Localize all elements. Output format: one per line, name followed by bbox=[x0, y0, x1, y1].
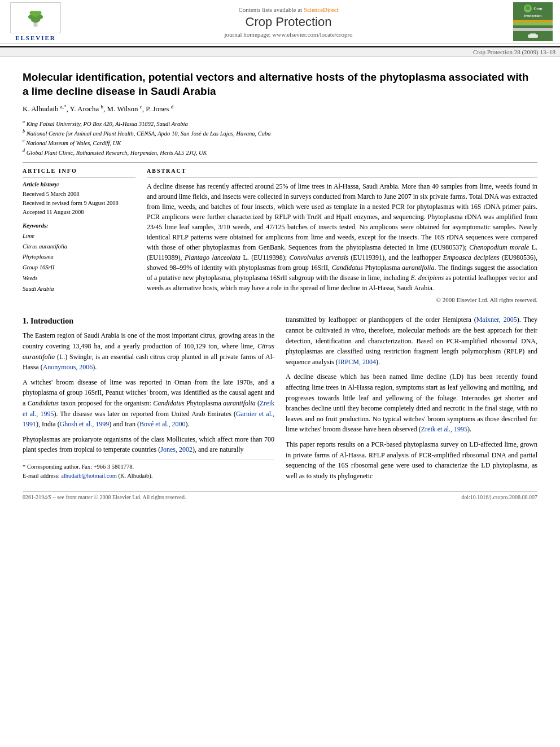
body-right-col: transmitted by leafhopper or planthopper… bbox=[286, 314, 537, 486]
journal-top-bar: ELSEVIER Contents lists available at Sci… bbox=[0, 0, 560, 44]
svg-point-8 bbox=[526, 6, 530, 10]
journal-title: Crop Protection bbox=[246, 15, 332, 29]
article-title: Molecular identification, potential vect… bbox=[23, 71, 537, 98]
article-meta-section: ARTICLE INFO Article history: Received 5… bbox=[23, 168, 537, 303]
article-info-col: ARTICLE INFO Article history: Received 5… bbox=[23, 168, 135, 303]
intro-para-3: Phytoplasmas are prokaryote organisms of… bbox=[23, 434, 274, 455]
article-history-label: Article history: bbox=[23, 181, 135, 187]
divider-main bbox=[23, 163, 537, 163]
authors-line: K. Alhudaib a,*, Y. Arocha b, M. Wilson … bbox=[23, 104, 537, 113]
right-para-2: A decline disease which has been named l… bbox=[286, 372, 537, 435]
journal-homepage: journal homepage: www.elsevier.com/locat… bbox=[224, 31, 352, 38]
right-para-3: This paper reports results on a PCR-base… bbox=[286, 439, 537, 481]
received-revised-date: Received in revised form 9 August 2008 bbox=[23, 199, 135, 208]
intro-para-2: A witches' broom disease of lime was rep… bbox=[23, 377, 274, 430]
footer-doi: doi:10.1016/j.cropro.2008.08.007 bbox=[461, 494, 537, 500]
journal-header: ELSEVIER Contents lists available at Sci… bbox=[0, 0, 560, 47]
footnote-corresponding: * Corresponding author. Fax: +966 3 5801… bbox=[23, 462, 274, 471]
article-info-bar: Crop Protection 28 (2009) 13–18 bbox=[0, 47, 560, 57]
section-title-text: Introduction bbox=[30, 317, 73, 325]
body-left-col: 1. Introduction The Eastern region of Sa… bbox=[23, 314, 274, 486]
svg-rect-10 bbox=[530, 33, 536, 36]
svg-rect-0 bbox=[34, 23, 38, 27]
keyword-lime: Lime bbox=[23, 231, 135, 242]
journal-center: Contents lists available at ScienceDirec… bbox=[67, 2, 510, 41]
sciencedirect-bar: Contents lists available at ScienceDirec… bbox=[238, 6, 338, 13]
affiliations: a King Faisal University, PO Box 420, Al… bbox=[23, 119, 537, 158]
elsevier-text: ELSEVIER bbox=[15, 34, 56, 41]
received-date: Received 5 March 2008 bbox=[23, 190, 135, 199]
keyword-citrus: Citrus aurantifolia bbox=[23, 242, 135, 252]
abstract-col: ABSTRACT A decline disease has recently … bbox=[147, 168, 537, 303]
crop-protection-logo: Crop Protection bbox=[510, 2, 555, 41]
copyright-line: © 2008 Elsevier Ltd. All rights reserved… bbox=[147, 296, 537, 303]
svg-point-5 bbox=[30, 11, 35, 15]
article-info-header: ARTICLE INFO bbox=[23, 168, 135, 174]
keyword-weeds: Weeds bbox=[23, 273, 135, 284]
keywords-label: Keywords: bbox=[23, 222, 135, 229]
footer-issn: 0261-2194/$ – see front matter © 2008 El… bbox=[23, 494, 186, 500]
abstract-text: A decline disease has recently affected … bbox=[147, 181, 537, 293]
body-section: 1. Introduction The Eastern region of Sa… bbox=[23, 314, 537, 486]
keywords-list: Lime Citrus aurantifolia Phytoplasma Gro… bbox=[23, 231, 135, 295]
abstract-header: ABSTRACT bbox=[147, 168, 537, 174]
keyword-phytoplasma: Phytoplasma bbox=[23, 252, 135, 263]
article-citation: Crop Protection 28 (2009) 13–18 bbox=[473, 49, 555, 55]
footnote-area: * Corresponding author. Fax: +966 3 5801… bbox=[23, 460, 274, 480]
footnote-email: E-mail address: alhudaib@hotmail.com (K.… bbox=[23, 471, 274, 480]
sciencedirect-link[interactable]: ScienceDirect bbox=[304, 6, 339, 13]
accepted-date: Accepted 11 August 2008 bbox=[23, 208, 135, 217]
elsevier-logo: ELSEVIER bbox=[5, 2, 67, 41]
right-para-1: transmitted by leafhopper or planthopper… bbox=[286, 314, 537, 367]
intro-section-title: 1. Introduction bbox=[23, 317, 274, 326]
svg-point-6 bbox=[37, 11, 42, 15]
keyword-group: Group 16SrII bbox=[23, 263, 135, 273]
intro-para-1: The Eastern region of Saudi Arabia is on… bbox=[23, 330, 274, 372]
main-content: Molecular identification, potential vect… bbox=[0, 57, 560, 509]
keyword-saudi: Saudi Arabia bbox=[23, 284, 135, 295]
page-footer: 0261-2194/$ – see front matter © 2008 El… bbox=[23, 491, 537, 500]
section-num: 1. bbox=[23, 317, 29, 325]
